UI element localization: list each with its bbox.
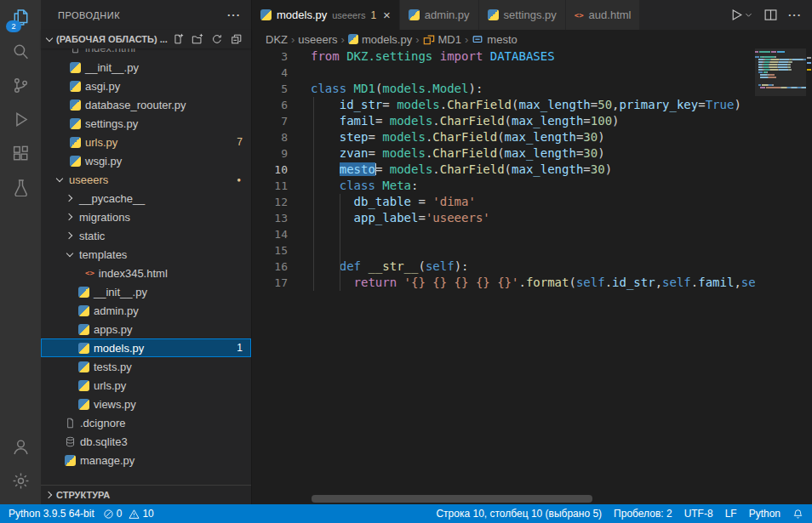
tree-item-templates[interactable]: templates <box>41 245 251 264</box>
workspace-label: (РАБОЧАЯ ОБЛАСТЬ) ... <box>56 34 168 44</box>
code-line-16[interactable]: 16 def __str__(self): <box>252 259 812 275</box>
tree-item--pycache-[interactable]: __pycache__ <box>41 189 251 207</box>
tab-admin-py[interactable]: admin.py <box>400 0 479 30</box>
more-actions-button[interactable]: ··· <box>788 9 802 21</box>
indentation-status[interactable]: Пробелов: 2 <box>614 508 672 520</box>
status-bar-right: Строка 10, столбец 10 (выбрано 5) Пробел… <box>436 508 803 520</box>
horizontal-scrollbar[interactable] <box>312 495 592 503</box>
code-line-14[interactable]: 14 <box>252 226 812 242</box>
code-editor[interactable]: 3from DKZ.settings import DATABASES45cla… <box>252 48 812 504</box>
eol-status[interactable]: LF <box>725 508 737 520</box>
problems-status[interactable]: 0 10 <box>103 508 158 520</box>
activity-item-extensions[interactable] <box>0 136 41 170</box>
tree-item-index345-html[interactable]: <>index345.html <box>41 264 251 282</box>
tab-aud-html[interactable]: <>aud.html <box>566 0 641 30</box>
tree-item-migrations[interactable]: migrations <box>41 207 251 226</box>
collapse-all-button[interactable] <box>229 31 244 47</box>
tree-item--init-py[interactable]: __init__.py <box>41 282 251 301</box>
tree-item-label: templates <box>79 248 127 261</box>
tree-item-urls-py[interactable]: urls.py7 <box>41 133 251 151</box>
tree-item-admin-py[interactable]: admin.py <box>41 301 251 320</box>
python-file-icon <box>70 81 81 92</box>
language-mode-status[interactable]: Python <box>749 508 781 520</box>
breadcrumb-item-md1[interactable]: MD1 <box>423 33 461 46</box>
tree-item-database-roouter-py[interactable]: database_roouter.py <box>41 95 251 114</box>
explorer-more-button[interactable]: ··· <box>227 9 241 21</box>
tree-item-index-html[interactable]: index.html <box>41 48 251 58</box>
split-editor-button[interactable] <box>763 8 778 22</box>
tree-item--dcignore[interactable]: .dcignore <box>41 413 251 432</box>
tab-settings-py[interactable]: settings.py <box>479 0 566 30</box>
refresh-button[interactable] <box>209 31 225 47</box>
tree-item-label: index.html <box>85 48 135 54</box>
tree-item-manage-py[interactable]: manage.py <box>41 451 251 469</box>
new-file-button[interactable] <box>170 31 186 47</box>
minimap[interactable] <box>755 48 806 504</box>
tree-item-urls-py[interactable]: urls.py <box>41 376 251 395</box>
activity-item-source-control[interactable] <box>0 68 41 102</box>
breadcrumb-item-models-py[interactable]: models.py <box>348 33 412 46</box>
tree-item-db-sqlite3[interactable]: db.sqlite3 <box>41 432 251 451</box>
code-line-15[interactable]: 15 <box>252 242 812 259</box>
breadcrumb-separator: › <box>341 33 345 46</box>
activity-item-account[interactable] <box>0 429 41 463</box>
code-line-5[interactable]: 5class MD1(models.Model): <box>252 81 812 97</box>
tree-item-views-py[interactable]: views.py <box>41 395 251 413</box>
tree-item-static[interactable]: static <box>41 226 251 245</box>
line-number: 4 <box>252 65 288 81</box>
outline-section-header[interactable]: СТРУКТУРА <box>41 485 251 504</box>
breadcrumb-separator: › <box>291 33 294 46</box>
activity-item-settings[interactable] <box>0 463 41 497</box>
code-line-9[interactable]: 9 zvan= models.CharField(max_length=30) <box>252 145 812 162</box>
status-bar-left: Python 3.9.5 64-bit 0 10 <box>9 508 158 520</box>
tree-item-wsgi-py[interactable]: wsgi.py <box>41 151 251 170</box>
breadcrumb-item-mesto[interactable]: mesto <box>472 33 517 46</box>
workspace-section-header[interactable]: (РАБОЧАЯ ОБЛАСТЬ) ... <box>41 30 251 48</box>
activity-item-explorer[interactable]: 2 <box>0 0 41 34</box>
tab-models-py[interactable]: models.pyuseeers1× <box>252 0 400 30</box>
tab-bar: models.pyuseeers1×admin.pysettings.py<>a… <box>252 0 812 30</box>
python-file-icon <box>78 399 89 410</box>
run-python-file-button[interactable] <box>729 8 753 22</box>
breadcrumb: DKZ›useeers›models.py›MD1›mesto <box>252 30 812 48</box>
python-file-icon <box>70 156 81 167</box>
activity-bar-bottom <box>0 429 41 504</box>
activity-item-search[interactable] <box>0 34 41 68</box>
code-line-6[interactable]: 6 id_str= models.CharField(max_length=50… <box>252 97 812 113</box>
breadcrumb-item-dkz[interactable]: DKZ <box>266 33 288 46</box>
breadcrumb-label: DKZ <box>266 33 288 46</box>
tree-item-tests-py[interactable]: tests.py <box>41 357 251 376</box>
tree-item-label: asgi.py <box>85 80 120 93</box>
close-icon[interactable]: × <box>383 9 391 21</box>
tree-item-models-py[interactable]: models.py1 <box>41 338 251 357</box>
encoding-status[interactable]: UTF-8 <box>684 508 713 520</box>
tree-item-label: settings.py <box>85 117 138 130</box>
code-line-8[interactable]: 8 step= models.CharField(max_length=30) <box>252 129 812 145</box>
code-line-4[interactable]: 4 <box>252 65 812 81</box>
code-line-7[interactable]: 7 famil= models.CharField(max_length=100… <box>252 113 812 129</box>
code-line-12[interactable]: 12 db_table = 'dima' <box>252 194 812 210</box>
activity-item-run-and-debug[interactable] <box>0 102 41 136</box>
activity-item-testing[interactable] <box>0 170 41 204</box>
tree-item--init-py[interactable]: __init__.py <box>41 58 251 77</box>
tree-item-apps-py[interactable]: apps.py <box>41 320 251 338</box>
code-line-10[interactable]: 10 mesto= models.CharField(max_length=30… <box>252 162 812 178</box>
new-folder-button[interactable] <box>190 31 205 47</box>
code-line-11[interactable]: 11 class Meta: <box>252 178 812 194</box>
python-interpreter-status[interactable]: Python 3.9.5 64-bit <box>9 508 94 520</box>
line-number: 14 <box>252 226 288 242</box>
code-line-3[interactable]: 3from DKZ.settings import DATABASES <box>252 48 812 65</box>
breadcrumb-item-useeers[interactable]: useeers <box>298 33 337 46</box>
tree-item-asgi-py[interactable]: asgi.py <box>41 77 251 95</box>
code-line-13[interactable]: 13 app_label='useeers' <box>252 210 812 226</box>
tree-item-useeers[interactable]: useeers● <box>41 170 251 189</box>
tree-item-settings-py[interactable]: settings.py <box>41 114 251 133</box>
line-number: 13 <box>252 210 288 226</box>
cursor-position-status[interactable]: Строка 10, столбец 10 (выбрано 5) <box>436 508 602 520</box>
code-line-17[interactable]: 17 return '{} {} {} {} {}'.format(self.i… <box>252 275 812 291</box>
tree-item-label: urls.py <box>94 379 126 392</box>
editor-actions: ··· <box>729 0 812 30</box>
notifications-bell[interactable] <box>792 509 803 520</box>
line-number: 5 <box>252 81 288 97</box>
line-number: 7 <box>252 113 288 129</box>
